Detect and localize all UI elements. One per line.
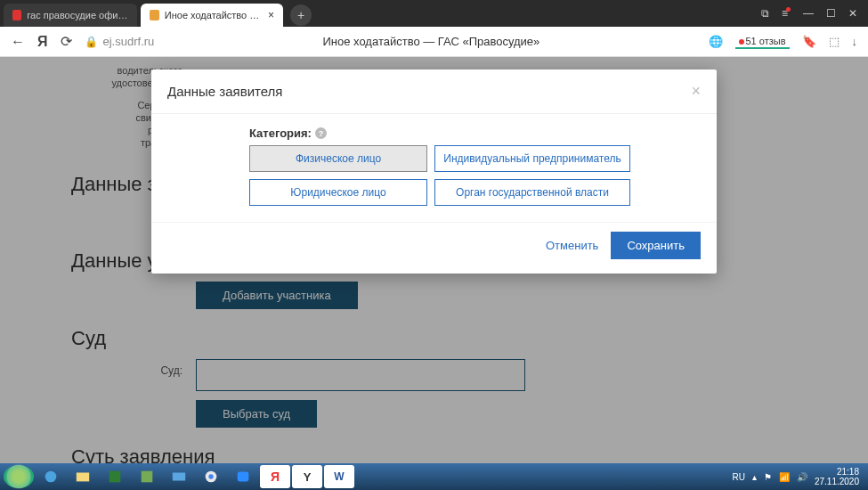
help-icon[interactable]: ? [315,127,327,139]
start-button[interactable] [4,465,34,488]
translate-icon[interactable]: 🌐 [709,35,723,48]
svg-point-7 [208,474,213,478]
back-icon[interactable]: ← [11,34,25,50]
bookmark-icon[interactable]: 🔖 [802,35,816,48]
tray-volume-icon[interactable]: 🔊 [797,472,807,482]
tab-title: Иное ходатайство — ГА [165,10,263,20]
extension-icon[interactable]: ⬚ [829,35,840,48]
category-label: Категория: ? [249,127,701,140]
url-box[interactable]: 🔒 ej.sudrf.ru [85,35,155,48]
lang-indicator[interactable]: RU [732,472,744,482]
lock-icon: 🔒 [85,36,98,48]
windows-taskbar: Я Y W RU ▴ ⚑ 📶 🔊 21:18 27.11.2020 [0,463,868,490]
taskbar-app1-icon[interactable] [132,465,162,488]
reviews-badge[interactable]: 51 отзыв [735,35,790,49]
taskbar-chrome-icon[interactable] [196,465,226,488]
browser-address-bar: ← Я ⟳ 🔒 ej.sudrf.ru Иное ходатайство — Г… [0,27,868,57]
svg-rect-2 [77,473,89,482]
taskbar-mail-icon[interactable] [164,465,194,488]
save-button[interactable]: Сохранить [611,232,701,259]
tab-close-icon[interactable]: × [268,9,274,21]
window-minimize-icon[interactable]: — [803,7,814,20]
svg-point-0 [6,464,30,488]
taskbar-explorer-icon[interactable] [68,465,98,488]
svg-rect-5 [173,473,185,481]
category-legal[interactable]: Юридическое лицо [249,179,427,206]
taskbar-zoom-icon[interactable] [228,465,258,488]
taskbar-yandex-icon[interactable]: Я [260,465,290,488]
modal-title: Данные заявителя [167,84,282,99]
new-tab-button[interactable]: + [290,4,312,26]
taskbar-ie-icon[interactable] [36,465,66,488]
modal-close-icon[interactable]: × [691,82,701,101]
window-controls: ⧉ ≡ — ☐ ✕ [761,7,868,20]
tab-title: гас правосудие официаль [27,10,128,20]
tab-inactive[interactable]: гас правосудие официаль [4,4,137,27]
page-content: водительского удостоверения: Серия и н с… [0,57,868,463]
yandex-icon[interactable]: Я [37,34,48,50]
category-individual[interactable]: Физическое лицо [249,145,427,172]
category-government[interactable]: Орган государственной власти [434,179,630,206]
tray-network-icon[interactable]: 📶 [779,472,790,482]
svg-rect-8 [238,472,249,482]
page-title: Иное ходатайство — ГАС «Правосудие» [166,35,695,48]
tab-active[interactable]: Иное ходатайство — ГА × [141,4,283,27]
taskbar-excel-icon[interactable] [100,465,130,488]
svg-point-1 [45,471,57,483]
reload-icon[interactable]: ⟳ [61,33,72,50]
window-maximize-icon[interactable]: ☐ [826,7,836,20]
applicant-data-modal: Данные заявителя × Категория: ? Физическ… [151,69,717,274]
extensions-icon[interactable]: ≡ [782,7,791,20]
taskbar-yandex2-icon[interactable]: Y [292,465,322,488]
window-close-icon[interactable]: ✕ [848,7,857,20]
url-text: ej.sudrf.ru [103,35,155,48]
taskbar-word-icon[interactable]: W [324,465,354,488]
svg-rect-4 [142,471,153,483]
tray-show-hidden-icon[interactable]: ▴ [752,472,757,482]
tab-favicon [12,10,21,20]
copy-icon[interactable]: ⧉ [761,7,769,20]
category-entrepreneur[interactable]: Индивидуальный предприниматель [434,145,630,172]
browser-titlebar: гас правосудие официаль Иное ходатайство… [0,0,868,27]
clock[interactable]: 21:18 27.11.2020 [815,467,859,486]
system-tray: RU ▴ ⚑ 📶 🔊 21:18 27.11.2020 [732,467,864,486]
tray-action-center-icon[interactable]: ⚑ [764,472,772,482]
cancel-button[interactable]: Отменить [546,239,598,252]
svg-rect-3 [110,471,121,483]
download-icon[interactable]: ↓ [852,35,858,48]
tab-favicon [150,10,159,20]
